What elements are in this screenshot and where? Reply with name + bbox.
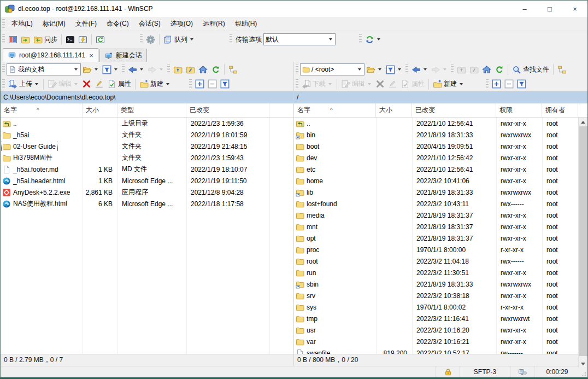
maximize-button[interactable]: □ <box>537 1 562 17</box>
table-row[interactable]: sys1970/1/1 8:00:02r-xr-xr-xroot <box>294 301 587 313</box>
preferences-button[interactable] <box>144 34 157 45</box>
new-button[interactable]: 新建 <box>431 78 466 90</box>
synchronize-button[interactable]: 同步 <box>32 34 59 45</box>
select-remove-button[interactable] <box>206 78 219 90</box>
local-path-combo[interactable]: 我的文档 <box>7 63 81 75</box>
sync-browsing-button[interactable] <box>19 34 32 45</box>
menu-item[interactable]: 会话(S) <box>134 17 166 31</box>
open-directory-button[interactable] <box>81 64 101 75</box>
edit-button[interactable]: 编辑 <box>339 78 374 90</box>
table-row[interactable]: Hi3798M固件文件夹2022/1/23 1:59:43 <box>1 152 293 164</box>
table-row[interactable]: proc1970/1/1 8:00:00r-xr-xr-xroot <box>294 244 587 255</box>
home-directory-button[interactable] <box>480 64 493 75</box>
table-row[interactable]: ..2022/1/10 12:56:41rwxr-xr-xroot <box>294 118 587 129</box>
parent-directory-button[interactable] <box>172 64 184 75</box>
table-row[interactable]: home2022/3/2 10:41:06rwxr-xr-xroot <box>294 175 587 186</box>
rename-button[interactable] <box>386 78 399 90</box>
directory-tree-button[interactable] <box>227 64 239 75</box>
select-remove-button[interactable] <box>503 78 515 90</box>
menu-item[interactable]: 帮助(H) <box>230 17 262 31</box>
local-address-bar[interactable]: C:\Users\ecoo\Documents\dl.ecoo.top\ <box>1 91 293 103</box>
parent-directory-button[interactable] <box>455 64 468 75</box>
upload-button[interactable]: 上传 <box>7 78 41 90</box>
column-header[interactable]: 已改变 <box>186 103 269 117</box>
resize-grip[interactable] <box>580 366 587 377</box>
new-button[interactable]: 新建 <box>138 78 172 90</box>
properties-button[interactable]: 属性 <box>399 78 426 90</box>
menu-item[interactable]: 本地(L) <box>7 17 38 31</box>
home-directory-button[interactable] <box>197 64 209 75</box>
root-directory-button[interactable] <box>184 64 197 75</box>
refresh-button[interactable] <box>209 64 222 75</box>
forward-button[interactable] <box>430 64 449 75</box>
table-row[interactable]: 02-User Guide文件夹2022/1/19 21:48:15 <box>1 141 293 152</box>
select-filter-button[interactable] <box>515 78 528 90</box>
forward-button[interactable] <box>146 64 166 75</box>
table-row[interactable]: AnyDesk+5.2.2.exe2,861 KB应用程序2021/12/8 9… <box>1 186 293 198</box>
filter-button[interactable] <box>384 64 404 75</box>
menu-item[interactable]: 命令(C) <box>102 17 134 31</box>
column-header[interactable]: 大小 <box>376 103 412 117</box>
remote-address-bar[interactable]: / <box>294 91 587 103</box>
table-row[interactable]: boot2020/4/15 19:09:51rwxr-xr-xroot <box>294 141 587 152</box>
table-row[interactable]: srv2022/3/2 10:38:18rwxr-xr-xroot <box>294 290 587 301</box>
transfer-mode-button[interactable] <box>363 34 383 45</box>
table-row[interactable]: _h5ai.footer.md1 KBMD 文件2022/1/19 18:10:… <box>1 164 293 175</box>
table-row[interactable]: root2022/3/2 11:04:18rwx------root <box>294 255 587 267</box>
protocol-cell[interactable]: SFTP-3 <box>460 366 510 377</box>
find-files-button[interactable]: 查找文件 <box>510 64 551 75</box>
table-row[interactable]: etc2022/1/10 12:56:41rwxr-xr-xroot <box>294 164 587 175</box>
table-row[interactable]: tmp2022/3/2 11:16:41rwxrwxrwtroot <box>294 313 587 324</box>
remote-path-combo[interactable]: / <root> <box>300 63 364 75</box>
tab-close-icon[interactable]: × <box>89 51 93 60</box>
refresh-button[interactable] <box>493 64 505 75</box>
encryption-cell[interactable] <box>436 366 460 377</box>
table-row[interactable]: usr2022/3/2 10:16:20rwxr-xr-xroot <box>294 324 587 336</box>
filter-button[interactable] <box>101 64 120 75</box>
delete-button[interactable] <box>374 78 386 90</box>
table-row[interactable]: var2022/3/2 10:16:21rwxr-xr-xroot <box>294 336 587 347</box>
select-add-button[interactable] <box>490 78 503 90</box>
close-button[interactable]: × <box>562 1 587 17</box>
table-row[interactable]: ..上级目录2022/1/23 1:59:36 <box>1 118 293 129</box>
table-row[interactable]: opt2021/8/19 18:31:37rwxr-xr-xroot <box>294 232 587 244</box>
back-button[interactable] <box>126 64 146 75</box>
table-row[interactable]: _h5ai文件夹2022/1/19 18:01:59 <box>1 129 293 141</box>
menu-item[interactable]: 标记(M) <box>38 17 70 31</box>
column-header[interactable]: 拥有者 <box>542 103 578 117</box>
column-header[interactable]: 大小 <box>83 103 117 117</box>
console-button[interactable] <box>77 34 89 45</box>
column-header[interactable]: 已改变 <box>412 103 496 117</box>
download-button[interactable]: 下载 <box>300 78 334 90</box>
properties-button[interactable]: 属性 <box>105 78 133 90</box>
table-row[interactable]: mnt2021/8/19 18:31:37rwxr-xr-xroot <box>294 221 587 232</box>
select-filter-button[interactable] <box>219 78 231 90</box>
select-add-button[interactable] <box>193 78 206 90</box>
table-row[interactable]: media2021/8/19 18:31:37rwxr-xr-xroot <box>294 209 587 221</box>
root-directory-button[interactable] <box>468 64 480 75</box>
back-button[interactable] <box>410 64 430 75</box>
delete-button[interactable] <box>80 78 93 90</box>
column-header[interactable]: 权限 <box>496 103 542 117</box>
vertical-scrollbar[interactable] <box>578 118 587 368</box>
edit-button[interactable]: 编辑 <box>46 78 80 90</box>
open-terminal-button[interactable] <box>64 34 77 45</box>
table-row[interactable]: run2022/3/2 11:30:51rwxr-xr-xroot <box>294 267 587 278</box>
session-tab[interactable]: 新建会话 <box>99 49 147 62</box>
commander-layout-button[interactable] <box>7 34 19 45</box>
open-directory-button[interactable] <box>364 64 384 75</box>
table-row[interactable]: lib2021/8/19 18:31:33rwxrwxrwxroot <box>294 186 587 198</box>
menu-item[interactable]: 文件(F) <box>70 17 102 31</box>
menu-item[interactable]: 远程(R) <box>198 17 230 31</box>
column-header[interactable]: 类型 <box>117 103 186 117</box>
minimize-button[interactable]: – <box>512 1 537 17</box>
table-row[interactable]: sbin2021/8/19 18:31:33rwxrwxrwxroot <box>294 278 587 290</box>
column-header[interactable]: 名字^ <box>1 103 83 117</box>
table-row[interactable]: bin2021/8/19 18:31:33rwxrwxrwxroot <box>294 129 587 141</box>
rename-button[interactable] <box>93 78 105 90</box>
transfer-preset-combo[interactable]: 默认 <box>263 33 336 45</box>
table-row[interactable]: lost+found2022/3/2 10:43:11rwx------root <box>294 198 587 209</box>
menu-item[interactable]: 选项(O) <box>166 17 198 31</box>
session-tab[interactable]: root@192.168.111.141 × <box>3 48 98 62</box>
scroll-up-icon[interactable] <box>579 118 587 126</box>
